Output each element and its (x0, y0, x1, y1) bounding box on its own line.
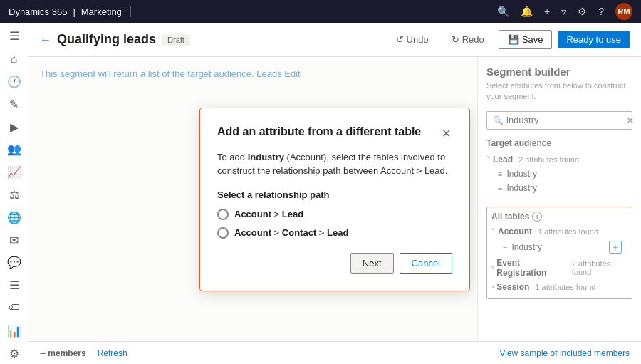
modal-description: To add Industry (Account), select the ta… (217, 150, 452, 178)
save-button[interactable]: 💾 Save (499, 30, 553, 49)
sidebar-list-icon[interactable]: ☰ (1, 275, 27, 296)
ready-button[interactable]: Ready to use (558, 31, 630, 48)
add-attribute-modal: Add an attribute from a different table … (199, 108, 470, 291)
sidebar-analytics-icon[interactable]: 📊 (1, 320, 27, 341)
modal-attr-name: Industry (248, 152, 284, 162)
modal-close-button[interactable]: ✕ (440, 125, 452, 142)
refresh-link[interactable]: Refresh (98, 348, 127, 358)
page-footer: -- members Refresh View sample of includ… (28, 341, 641, 364)
undo-button[interactable]: ↺ Undo (387, 31, 437, 48)
view-sample-link[interactable]: View sample of included members (499, 348, 630, 358)
status-badge: Draft (162, 34, 190, 46)
members-count: -- members (40, 348, 86, 358)
plus-icon[interactable]: + (544, 6, 550, 17)
sidebar-people-icon[interactable]: 👥 (1, 139, 27, 160)
settings-icon[interactable]: ⚙ (578, 6, 587, 17)
radio-button-2[interactable] (217, 227, 229, 239)
main-content: ← Qualifying leads Draft ↺ Undo ↻ Redo 💾… (28, 23, 641, 364)
sidebar-play-icon[interactable]: ▶ (1, 116, 27, 137)
redo-icon: ↻ (452, 34, 459, 45)
modal-footer: Next Cancel (217, 253, 452, 274)
sidebar-globe-icon[interactable]: 🌐 (1, 207, 27, 228)
save-icon: 💾 (508, 34, 519, 45)
page-title: Qualifying leads (57, 32, 156, 47)
radio-button-1[interactable] (217, 209, 229, 220)
sidebar-chat-icon[interactable]: 💬 (1, 252, 27, 274)
brand-name: Dynamics 365 (9, 6, 67, 17)
page-header: ← Qualifying leads Draft ↺ Undo ↻ Redo 💾… (28, 23, 641, 57)
undo-icon: ↺ (396, 34, 404, 45)
sidebar-tag-icon[interactable]: 🏷 (1, 298, 27, 319)
back-button[interactable]: ← (40, 33, 51, 46)
modal-section-label: Select a relationship path (217, 189, 452, 200)
help-icon[interactable]: ? (598, 6, 604, 17)
sidebar-mail-icon[interactable]: ✉ (1, 229, 27, 251)
relationship-path-option-1[interactable]: Account > Lead (217, 209, 452, 220)
modal-header: Add an attribute from a different table … (217, 125, 452, 142)
sidebar-filter-icon[interactable]: ⚖ (1, 184, 27, 206)
module-name: Marketing (81, 6, 122, 17)
notification-icon[interactable]: 🔔 (521, 6, 533, 17)
modal-title: Add an attribute from a different table (217, 125, 440, 138)
brand: Dynamics 365 | Marketing (9, 6, 131, 17)
next-button[interactable]: Next (350, 253, 394, 274)
nav-icons: 🔍 🔔 + ▿ ⚙ ? RM (497, 3, 632, 20)
path-option-2-label: Account > Contact > Lead (234, 227, 348, 238)
sidebar-home-icon[interactable]: ⌂ (1, 48, 27, 70)
sidebar-menu-icon[interactable]: ☰ (1, 26, 27, 47)
top-navigation: Dynamics 365 | Marketing 🔍 🔔 + ▿ ⚙ ? RM (0, 0, 641, 23)
sidebar-pencil-icon[interactable]: ✎ (1, 93, 27, 115)
sidebar: ☰ ⌂ 🕐 ✎ ▶ 👥 📈 ⚖ 🌐 ✉ 💬 ☰ 🏷 📊 ⚙ (0, 23, 28, 364)
cancel-button[interactable]: Cancel (400, 253, 452, 274)
sidebar-chart-icon[interactable]: 📈 (1, 162, 27, 183)
path-option-1-label: Account > Lead (234, 209, 303, 219)
redo-button[interactable]: ↻ Redo (443, 31, 493, 48)
filter-icon[interactable]: ▿ (561, 6, 566, 17)
relationship-path-option-2[interactable]: Account > Contact > Lead (217, 227, 452, 239)
app-layout: ☰ ⌂ 🕐 ✎ ▶ 👥 📈 ⚖ 🌐 ✉ 💬 ☰ 🏷 📊 ⚙ ← Qualifyi… (0, 23, 641, 364)
sidebar-clock-icon[interactable]: 🕐 (1, 71, 27, 93)
page-body: This segment will return a list of the t… (28, 57, 641, 341)
avatar[interactable]: RM (615, 3, 632, 20)
search-icon[interactable]: 🔍 (497, 6, 509, 17)
sidebar-settings2-icon[interactable]: ⚙ (1, 343, 27, 364)
modal-overlay: Add an attribute from a different table … (28, 57, 641, 341)
